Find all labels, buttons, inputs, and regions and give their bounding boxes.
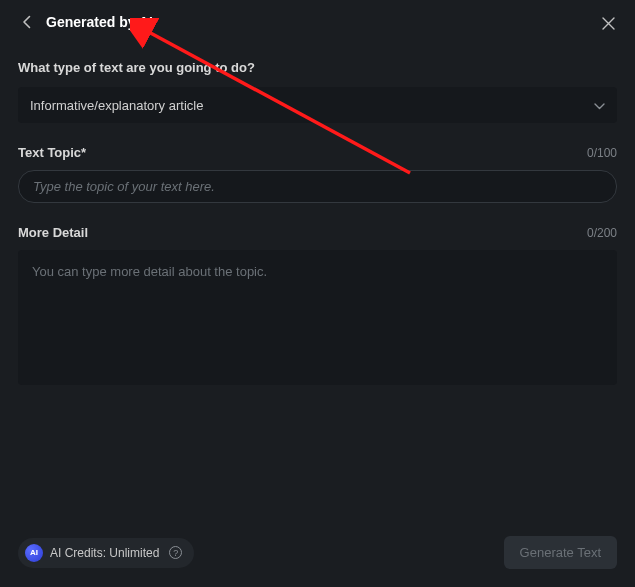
chevron-left-icon xyxy=(22,15,31,29)
chevron-down-icon xyxy=(594,96,605,114)
topic-char-count: 0/100 xyxy=(587,146,617,160)
text-type-value: Informative/explanatory article xyxy=(30,98,203,113)
credits-pill[interactable]: AI AI Credits: Unlimited ? xyxy=(18,538,194,568)
text-type-select[interactable]: Informative/explanatory article xyxy=(18,87,617,123)
detail-char-count: 0/200 xyxy=(587,226,617,240)
ai-badge-icon: AI xyxy=(25,544,43,562)
page-title: Generated by AI xyxy=(46,14,153,30)
detail-textarea[interactable] xyxy=(18,250,617,385)
topic-label: Text Topic* xyxy=(18,145,86,160)
generate-text-button[interactable]: Generate Text xyxy=(504,536,617,569)
topic-input[interactable] xyxy=(18,170,617,203)
content: What type of text are you going to do? I… xyxy=(0,40,635,389)
header: Generated by AI xyxy=(0,0,635,40)
credits-label: AI Credits: Unlimited xyxy=(50,546,159,560)
close-button[interactable] xyxy=(597,12,619,34)
info-icon: ? xyxy=(169,546,182,559)
text-type-label: What type of text are you going to do? xyxy=(18,60,617,75)
detail-label: More Detail xyxy=(18,225,88,240)
close-icon xyxy=(602,17,615,30)
back-button[interactable] xyxy=(16,12,36,32)
footer: AI AI Credits: Unlimited ? Generate Text xyxy=(18,536,617,569)
